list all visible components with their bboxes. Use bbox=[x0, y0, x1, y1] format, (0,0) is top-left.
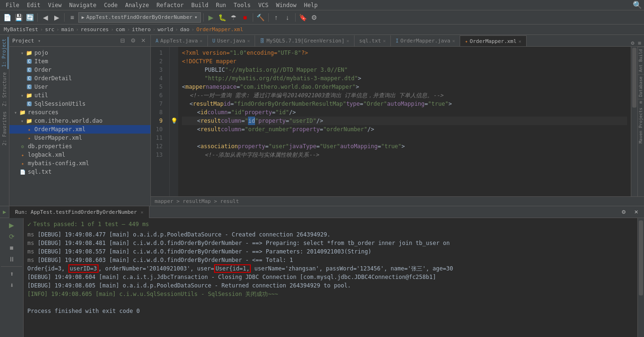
bottom-panel-tabs: ▶ Run: AppTest.testFindOrderByOrderNumbe… bbox=[0, 206, 644, 218]
breadcrumb-file[interactable]: OrderMapper.xml bbox=[196, 26, 243, 33]
bookmark-button[interactable]: 🔖 bbox=[298, 12, 308, 23]
menu-edit[interactable]: Edit bbox=[23, 1, 44, 9]
m-panel-tab[interactable]: m bbox=[638, 99, 644, 105]
editor-scrollbar[interactable] bbox=[631, 47, 637, 196]
sidebar-tab-structure[interactable]: Z: Structure bbox=[1, 70, 8, 108]
tree-item-util[interactable]: ▾ 📁 util bbox=[9, 91, 150, 100]
tree-item-db-props[interactable]: ⚙ db.properties bbox=[9, 142, 150, 151]
separator-2 bbox=[64, 13, 65, 22]
tree-item-orderdetail[interactable]: C OrderDetail bbox=[9, 74, 150, 83]
tab-settings-btn[interactable]: ⚙ ≡ bbox=[628, 40, 644, 46]
tree-item-mybatis-config[interactable]: ✦ mybatis-config.xml bbox=[9, 159, 150, 168]
sidebar-settings-btn[interactable]: ⚙ bbox=[129, 36, 137, 45]
code-line-8: <id column="id" property="id"/> bbox=[182, 108, 627, 117]
breadcrumb-project[interactable]: MyBatisTest bbox=[4, 26, 38, 33]
code-line-2: <!DOCTYPE mapper bbox=[182, 57, 627, 66]
menu-help[interactable]: Help bbox=[300, 1, 322, 9]
menu-vcs[interactable]: VCS bbox=[255, 1, 272, 9]
rerun-btn[interactable]: ⟳ bbox=[7, 231, 17, 242]
code-line-1: <?xml version="1.0" encoding="UTF-8" ?> bbox=[182, 49, 627, 57]
breadcrumb-dao[interactable]: dao bbox=[180, 26, 190, 33]
stop-button[interactable]: ■ bbox=[240, 12, 250, 23]
breadcrumb-main[interactable]: main bbox=[61, 26, 74, 33]
breadcrumb-resources[interactable]: resources bbox=[81, 26, 109, 33]
toolbar: 📄 💾 🔄 ◀ ▶ ≡ ▶ AppTest.testFindOrderByOrd… bbox=[0, 10, 644, 25]
run-again-btn[interactable]: ▶ bbox=[7, 220, 17, 230]
breadcrumb-ithero[interactable]: ithero bbox=[132, 26, 151, 33]
tab-ordermapper-xml[interactable]: ✦ OrderMapper.xml ✕ bbox=[460, 35, 526, 46]
sidebar-tab-favorites[interactable]: 2: Favorites bbox=[1, 110, 8, 147]
forward-button[interactable]: ▶ bbox=[51, 12, 62, 23]
maven-panel-tab[interactable]: Maven Projects bbox=[638, 106, 644, 145]
tree-item-logback[interactable]: ✦ logback.xml bbox=[9, 151, 150, 159]
sidebar-title: Project bbox=[12, 38, 34, 44]
menu-build[interactable]: Build bbox=[188, 1, 212, 9]
menu-refactor[interactable]: Refactor bbox=[153, 1, 188, 9]
scroll-top-btn[interactable]: ⬆ bbox=[7, 269, 17, 279]
tree-item-ordermapper-xml[interactable]: ✦ OrderMapper.xml bbox=[9, 125, 150, 134]
menu-navigate[interactable]: Navigate bbox=[66, 1, 100, 9]
run-config-selector[interactable]: ▶ AppTest.testFindOrderByOrderNumber ▾ bbox=[78, 12, 201, 23]
tree-item-sqlsessionutils[interactable]: C SqlSessionUtils bbox=[9, 100, 150, 108]
sidebar-tab-project[interactable]: 1: Project bbox=[0, 37, 8, 69]
tab-apptest[interactable]: A AppTest.java ✕ bbox=[151, 35, 208, 46]
database-panel-tab[interactable]: Database bbox=[638, 74, 644, 99]
code-content[interactable]: <?xml version="1.0" encoding="UTF-8" ?> … bbox=[178, 47, 631, 196]
vcs-button[interactable]: ↑ bbox=[271, 12, 281, 23]
tree-item-resources[interactable]: ▾ 📁 resources bbox=[9, 108, 150, 117]
menu-analyze[interactable]: Analyze bbox=[121, 1, 153, 9]
bottom-close-btn[interactable]: ✕ bbox=[631, 207, 641, 217]
tree-item-order[interactable]: C Order bbox=[9, 66, 150, 74]
code-line-10: <result column="order_number" property="… bbox=[182, 125, 627, 134]
menu-run[interactable]: Run bbox=[212, 1, 230, 9]
structure-button[interactable]: ≡ bbox=[67, 12, 77, 23]
menu-code[interactable]: Code bbox=[100, 1, 122, 9]
breadcrumb-src[interactable]: src bbox=[45, 26, 54, 33]
separator-5 bbox=[268, 13, 269, 22]
bottom-settings-btn[interactable]: ⚙ bbox=[619, 207, 629, 217]
menu-tools[interactable]: Tools bbox=[230, 1, 255, 9]
menu-file[interactable]: File bbox=[2, 1, 23, 9]
pause-btn[interactable]: ⏸ bbox=[7, 254, 17, 264]
bottom-content: ▶ ⟳ ■ ⏸ ⬆ ⬇ ✓ Tests passed: 1 of 1 test … bbox=[0, 218, 644, 337]
tab-user[interactable]: U User.java ✕ bbox=[208, 35, 256, 46]
code-line-6: <!--一对一查询 需求: 通过订单编号20140921003查询出 订单信息，… bbox=[182, 91, 627, 100]
breadcrumb-world[interactable]: world bbox=[157, 26, 173, 33]
debug-button[interactable]: 🐛 bbox=[217, 12, 228, 23]
tree-item-item[interactable]: C Item bbox=[9, 57, 150, 66]
breadcrumb: MyBatisTest › src › main › resources › c… bbox=[0, 25, 644, 35]
tree-item-dao-folder[interactable]: ▾ 📁 com.ithero.world.dao bbox=[9, 117, 150, 125]
stop-console-btn[interactable]: ■ bbox=[7, 243, 17, 253]
ant-build-panel-tab[interactable]: Ant Build bbox=[638, 47, 644, 74]
console-line-8: [INFO] 19:49:08.605 [main] c.i.w.u.SqlSe… bbox=[27, 290, 634, 298]
tree-item-pojo[interactable]: ▾ 📁 pojo bbox=[9, 49, 150, 57]
tab-mysql[interactable]: 🗄 MySQL5.7.19[GreenVersion] ✕ bbox=[255, 35, 355, 46]
scroll-end-btn[interactable]: ⬇ bbox=[7, 280, 17, 290]
project-sidebar: Project ▾ ⊟ ⚙ ✕ ▾ 📁 pojo C Item bbox=[9, 35, 151, 206]
run-button[interactable]: ▶ bbox=[206, 12, 216, 23]
tab-sql[interactable]: sql.txt ✕ bbox=[355, 35, 391, 46]
code-line-7: <resultMap id="findOrderByOrderNumberRes… bbox=[182, 100, 627, 108]
sidebar-collapse-btn[interactable]: ⊟ bbox=[118, 36, 127, 45]
vcs-update-button[interactable]: ↓ bbox=[282, 12, 293, 23]
console-scrollbar[interactable] bbox=[637, 218, 644, 337]
bottom-tab-run[interactable]: Run: AppTest.testFindOrderByOrderNumber … bbox=[9, 206, 149, 218]
run-coverage-button[interactable]: ☂ bbox=[229, 12, 239, 23]
console-line-5: Order{id=3, userID=3, orderNumber='20140… bbox=[27, 264, 634, 273]
menu-window[interactable]: Window bbox=[272, 1, 300, 9]
settings-button[interactable]: ⚙ bbox=[309, 12, 320, 23]
save-button[interactable]: 💾 bbox=[13, 12, 24, 23]
success-banner: ✓ Tests passed: 1 of 1 test – 449 ms bbox=[27, 220, 634, 228]
new-button[interactable]: 📄 bbox=[2, 12, 12, 23]
sidebar-close-btn[interactable]: ✕ bbox=[139, 36, 148, 45]
menu-view[interactable]: View bbox=[44, 1, 66, 9]
tree-item-sql-txt[interactable]: 📄 sql.txt bbox=[9, 168, 150, 176]
build-button[interactable]: 🔨 bbox=[256, 12, 266, 23]
tree-item-usermapper-xml[interactable]: ✦ UserMapper.xml bbox=[9, 134, 150, 142]
breadcrumb-com[interactable]: com bbox=[116, 26, 125, 33]
code-line-9: <result column="id" property="userID"/> bbox=[182, 117, 627, 125]
back-button[interactable]: ◀ bbox=[40, 12, 50, 23]
sync-button[interactable]: 🔄 bbox=[25, 12, 35, 23]
tree-item-user[interactable]: C User bbox=[9, 83, 150, 91]
tab-ordermapper-java[interactable]: I OrderMapper.java ✕ bbox=[391, 35, 460, 46]
